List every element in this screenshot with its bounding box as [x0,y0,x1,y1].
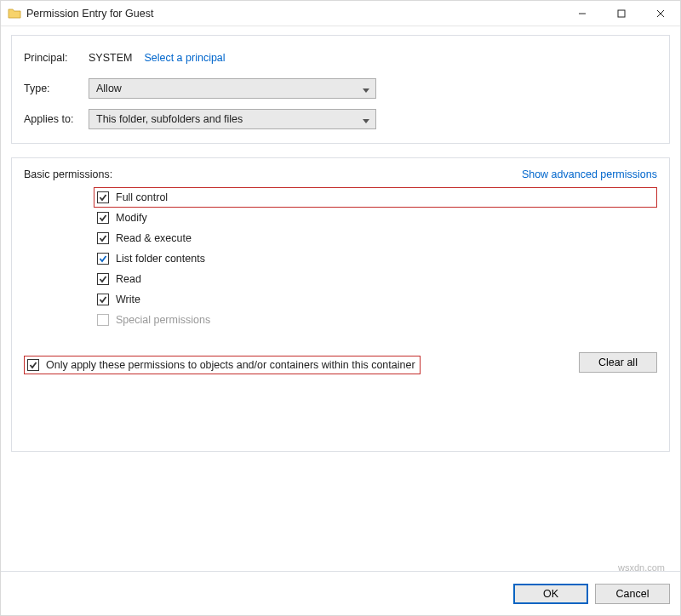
only-apply-label: Only apply these permissions to objects … [46,359,415,371]
chevron-down-icon [362,85,370,97]
show-advanced-permissions-link[interactable]: Show advanced permissions [522,168,657,180]
permission-checkbox[interactable] [97,294,109,305]
close-button[interactable] [641,1,680,26]
type-label: Type: [24,83,89,94]
clear-all-button[interactable]: Clear all [579,352,657,373]
titlebar: Permission Entry for Guest [1,1,680,26]
svg-rect-1 [618,10,625,17]
ok-button[interactable]: OK [513,584,588,604]
permission-label: Read [116,273,141,285]
applies-to-select[interactable]: This folder, subfolders and files [89,109,376,129]
permission-label: Special permissions [116,314,210,326]
permission-checkbox[interactable] [97,273,109,285]
maximize-button[interactable] [602,1,641,26]
permission-row: Full control [94,187,657,208]
permission-label: Modify [116,212,147,224]
permission-row: List folder contents [94,248,657,269]
folder-icon [8,7,21,20]
applies-to-label: Applies to: [24,113,89,125]
permission-label: List folder contents [116,253,205,265]
dialog-content: Principal: SYSTEM Select a principal Typ… [1,26,680,571]
cancel-button[interactable]: Cancel [595,584,670,604]
only-apply-checkbox[interactable] [27,359,39,371]
permissions-list: Full controlModifyRead & executeList fol… [94,187,657,330]
permission-checkbox[interactable] [97,212,109,224]
only-apply-row: Only apply these permissions to objects … [24,356,421,374]
permission-label: Write [116,294,140,305]
principal-panel: Principal: SYSTEM Select a principal Typ… [11,35,670,144]
window-title: Permission Entry for Guest [26,8,153,20]
permission-row: Modify [94,208,657,228]
permission-row: Write [94,289,657,310]
principal-label: Principal: [24,52,89,64]
permission-row: Read & execute [94,228,657,248]
chevron-down-icon [362,116,370,128]
permission-checkbox[interactable] [97,253,109,265]
permission-checkbox[interactable] [97,191,109,203]
permission-checkbox [97,314,109,326]
type-select-value: Allow [96,83,122,94]
dialog-footer: OK Cancel [1,571,680,615]
permission-entry-dialog: Permission Entry for Guest Principal: SY… [0,0,681,616]
basic-permissions-title: Basic permissions: [24,168,522,180]
type-select[interactable]: Allow [89,78,376,99]
permission-label: Read & execute [116,232,192,244]
permission-row: Read [94,269,657,289]
watermark: wsxdn.com [618,562,665,573]
principal-value: SYSTEM [89,52,132,64]
permission-row: Special permissions [94,310,657,330]
minimize-button[interactable] [563,1,602,26]
permission-checkbox[interactable] [97,232,109,244]
select-principal-link[interactable]: Select a principal [144,52,225,64]
basic-permissions-panel: Basic permissions: Show advanced permiss… [11,157,670,452]
applies-to-select-value: This folder, subfolders and files [96,113,243,125]
permission-label: Full control [116,191,168,203]
